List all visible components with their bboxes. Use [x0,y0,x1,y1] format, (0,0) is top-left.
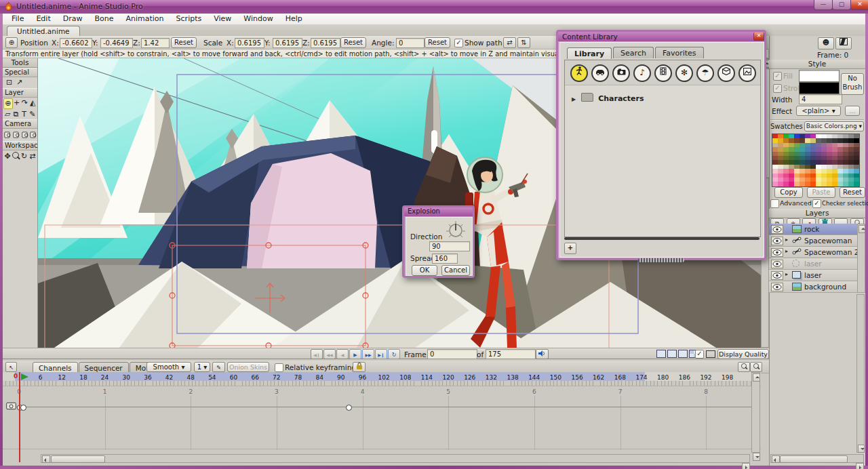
flip-layer-tool[interactable]: ◭ [28,98,37,108]
layer-row[interactable]: ▸ background [769,281,857,293]
fill-checkbox[interactable]: ✓ [773,72,782,81]
panel-toggle-button[interactable] [835,37,852,49]
maximize-button[interactable]: ▢ [832,0,851,10]
layers-scroll-up[interactable] [859,225,865,233]
content-library-hscrollbar[interactable] [564,237,760,240]
menu-item[interactable]: View [208,14,237,24]
menu-item[interactable]: Animation [119,14,170,24]
palette-swatch[interactable] [810,182,816,186]
scale-reset-button[interactable]: Reset [340,37,366,48]
palette-swatch[interactable] [832,182,837,186]
palette-swatch[interactable] [821,182,827,186]
category-vehicles-icon[interactable] [591,64,609,82]
timeline-scroll-right[interactable] [742,463,750,469]
effect-dropdown[interactable]: <plain> ▾ [796,106,841,116]
content-library-tab[interactable]: Library [567,47,612,59]
palette-swatch[interactable] [789,182,794,186]
rightpanel-hscrollbar[interactable] [770,454,864,463]
loop-button[interactable]: ↻ [388,349,400,359]
palette-swatch[interactable] [854,182,859,186]
transform-layer-tool[interactable]: ⊕ [3,98,13,109]
category-movies-icon[interactable] [654,64,672,82]
layer-visibility-toggle[interactable] [771,271,783,280]
width-field[interactable]: 4 [799,94,842,104]
fill-color-swatch[interactable] [799,70,840,82]
stereo-checkbox[interactable]: ✓ [695,350,704,359]
paste-style-button[interactable]: Paste [807,187,835,198]
category-images-icon[interactable] [738,64,756,82]
previous-keyframe-button[interactable]: ◀◀ [323,349,336,359]
palette-swatch[interactable] [778,182,783,186]
safe-zone-icon[interactable] [706,350,715,358]
swatches-dropdown[interactable]: Basic Colors.png ▾ [804,121,864,131]
relative-keyframing-checkbox[interactable] [275,363,283,372]
eyedropper-tool[interactable]: ✎ [28,110,37,119]
layer-visibility-toggle[interactable] [771,248,783,257]
position-y-field[interactable]: -0.4649 [100,38,133,48]
rightpanel-scroll-left[interactable] [772,455,780,463]
menu-item[interactable]: Edit [30,14,56,24]
layer-visibility-toggle[interactable] [771,225,783,234]
layer-row[interactable]: ▸ Spacewoman [769,235,857,247]
frame-field[interactable]: 0 [427,349,477,359]
scale-y-field[interactable]: 0.6195 [273,38,302,48]
character-wizard-button[interactable]: ☻ [818,37,834,49]
layer-row[interactable]: ▸ rock [769,224,857,235]
keyframe-dot[interactable] [346,405,352,411]
mute-button[interactable] [536,349,549,359]
layer-origin-icon[interactable]: ⊕ [5,37,18,48]
palette-swatch[interactable] [805,182,810,186]
palette-swatch[interactable] [794,182,800,186]
tree-expand-arrow[interactable]: ▶ [572,96,576,102]
position-x-field[interactable]: -0.6602 [60,38,92,48]
timeline-scroll-up[interactable] [753,373,760,382]
display-quality-dropdown[interactable]: Display Quality ▾ [717,349,769,359]
palette-swatch[interactable] [783,182,789,186]
position-reset-button[interactable]: Reset [171,37,197,48]
timeline-zoom-in-button[interactable] [750,362,762,372]
pan-tilt-camera-tool[interactable] [31,132,36,138]
play-button[interactable]: ▶ [349,349,361,359]
menu-item[interactable]: File [5,14,30,24]
interpolation-dropdown[interactable]: Smooth ▾ [146,362,191,372]
zoom-camera-tool[interactable] [13,132,18,138]
lock-button[interactable] [353,362,366,372]
category-photos-icon[interactable] [612,64,630,82]
layer-visibility-toggle[interactable] [771,283,783,291]
end-frame-field[interactable]: 175 [486,349,536,359]
effect-more-button[interactable]: ... [845,106,860,116]
ok-button[interactable]: OK [412,265,437,276]
palette-swatch[interactable] [848,182,854,186]
split-horizontal-icon[interactable] [678,350,688,358]
single-view-icon[interactable] [656,350,666,358]
timeline-vscrollbar[interactable] [751,372,760,453]
content-library-tab[interactable]: Search [613,47,654,58]
spread-field[interactable]: 160 [432,253,458,264]
layer-expand-arrow[interactable]: ▸ [785,237,788,243]
document-tab[interactable]: Untitled.anime [7,26,80,36]
stroke-checkbox[interactable]: ✓ [773,84,782,93]
layer-expand-arrow[interactable]: ▸ [785,248,788,254]
layer-visibility-toggle[interactable] [771,260,783,268]
menu-item[interactable]: Window [237,14,279,24]
split-vertical-icon[interactable] [667,350,677,358]
timeline-zoom-out-button[interactable] [738,362,750,372]
fast-forward-button[interactable]: ▶▶ [362,349,374,359]
category-audio-icon[interactable]: ♪ [633,64,651,82]
duplicate-layer-tool[interactable]: ⧉ [12,110,20,119]
palette-swatch[interactable] [772,182,778,186]
show-path-checkbox[interactable]: ✓ [454,39,463,47]
timeline-ruler[interactable]: 6121824303642485460667278849096102108114… [3,372,761,381]
onion-skins-dropdown[interactable]: Onion Skins ▾ [227,362,269,372]
category-3d-icon[interactable] [717,64,735,82]
category-scenery-icon[interactable]: ☂ [696,64,714,82]
close-button[interactable]: ✕ [850,0,868,10]
angle-field[interactable]: 0 [396,38,425,48]
category-particles-icon[interactable]: ✻ [675,64,693,82]
crop-tool[interactable]: ⊡ [4,78,14,87]
content-library-tab[interactable]: Favorites [655,47,704,58]
layer-visibility-toggle[interactable] [771,237,783,245]
timeline-scroll-left[interactable] [42,455,50,463]
camera-track-icon[interactable] [5,402,17,410]
menu-item[interactable]: Bone [88,14,119,24]
